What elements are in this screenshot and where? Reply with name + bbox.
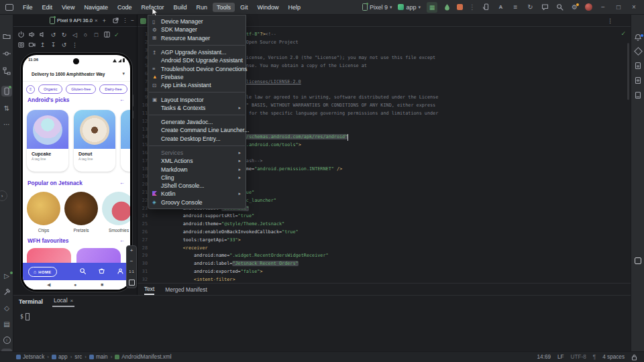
panel-options-icon[interactable]: ⋮	[122, 17, 127, 23]
more-actions-icon[interactable]: ⋮	[469, 3, 476, 11]
maximize-icon[interactable]: □	[614, 3, 623, 11]
manifest-file-icon[interactable]	[140, 18, 146, 24]
code-line[interactable]: 25 android:theme="@style/Theme.Jetsnack"	[138, 221, 621, 229]
sync-icon[interactable]: ↻	[526, 3, 535, 11]
editor-scrollbar[interactable]	[627, 43, 629, 100]
build-icon[interactable]	[0, 288, 13, 296]
snapshot-icon[interactable]: ↺	[60, 42, 68, 48]
popular-item-chips[interactable]: Chips	[27, 192, 60, 233]
rotate-right-icon[interactable]: ↻	[60, 32, 68, 38]
filter-chip-dairy-free[interactable]: Dairy-free	[99, 84, 127, 94]
file-encoding[interactable]: UTF-8	[571, 354, 586, 360]
download-icon[interactable]: ↧	[50, 42, 57, 48]
emulator-tab[interactable]: Pixel 9 API 36.0 ×	[50, 17, 98, 24]
menu-item-create-command-line-launcher[interactable]: Create Command Line Launcher...	[148, 126, 246, 134]
menu-item-tasks-contexts[interactable]: Tasks & Contexts▸	[148, 104, 246, 112]
menu-item-firebase[interactable]: ▲Firebase	[148, 73, 246, 81]
menu-item-generate-javadoc[interactable]: Generate Javadoc...	[148, 118, 246, 126]
user-avatar[interactable]	[585, 3, 592, 11]
menu-item-xml-actions[interactable]: XML Actions▸	[148, 157, 246, 165]
code-line[interactable]: 24 android:supportsRtl="true"	[138, 213, 621, 221]
menu-item-device-manager[interactable]: ▯Device Manager	[148, 17, 246, 25]
menu-help[interactable]: Help	[284, 3, 305, 12]
home-icon[interactable]: ○	[82, 32, 89, 38]
menu-item-sdk-manager[interactable]: ⚙SDK Manager	[148, 25, 246, 34]
upload-icon[interactable]: ↥	[39, 42, 46, 48]
breadcrumb-app[interactable]: app	[52, 354, 68, 360]
column-mode-icon[interactable]: ¶	[593, 354, 596, 360]
filters-icon[interactable]: ≡	[26, 85, 35, 94]
nav-search-icon[interactable]	[79, 267, 87, 275]
snack-card-partial[interactable]	[121, 110, 130, 172]
terminal-tab-local[interactable]: Local ×	[52, 296, 74, 307]
zoom-in-button[interactable]: +	[130, 248, 133, 253]
run-config-selector[interactable]: app ▾	[398, 4, 421, 11]
hide-panel-icon[interactable]: −	[131, 17, 134, 23]
menu-item-jshell-console[interactable]: JShell Console...	[148, 182, 246, 190]
menu-code[interactable]: Code	[113, 3, 136, 12]
pull-requests-icon[interactable]: ⇅	[0, 105, 13, 112]
minimize-icon[interactable]: −	[598, 3, 608, 11]
breadcrumb-main[interactable]: main	[89, 354, 108, 360]
open-in-window-icon[interactable]	[113, 17, 119, 23]
code-line[interactable]: 29 android:name=".widget.RecentOrdersWid…	[138, 252, 621, 260]
menu-item-kotlin[interactable]: Kotlin▸	[148, 190, 246, 198]
nav-cart-icon[interactable]	[98, 267, 105, 275]
nav-profile-icon[interactable]	[117, 267, 124, 275]
rotate-left-icon[interactable]: ↺	[50, 32, 57, 38]
menu-item-android-sdk-upgrade-assistant[interactable]: Android SDK Upgrade Assistant	[148, 56, 246, 64]
menu-item-troubleshoot-device-connections[interactable]: ≡Troubleshoot Device Connections	[148, 64, 246, 72]
more-emulator-icon[interactable]: ⋮	[71, 42, 78, 48]
power-icon[interactable]	[17, 31, 25, 38]
android-back-icon[interactable]: ◀	[47, 282, 50, 288]
phone-screen[interactable]: 11:36 Delivery to 1600 Amphitheater Way …	[23, 55, 130, 290]
running-app-button[interactable]: ▦	[427, 2, 437, 13]
ai-chat-icon[interactable]	[541, 3, 549, 11]
todo-list-icon[interactable]: ≡	[511, 3, 520, 11]
device-monitor-icon[interactable]	[631, 91, 644, 99]
stop-button[interactable]	[457, 4, 463, 10]
menu-edit[interactable]: Edit	[38, 3, 57, 12]
device-mirror-icon[interactable]	[482, 3, 490, 11]
section-arrow-icon[interactable]: ←	[119, 237, 125, 243]
close-icon[interactable]: ×	[629, 3, 639, 11]
filter-chip-gluten-free[interactable]: Gluten-free	[66, 84, 96, 94]
menu-item-groovy-console[interactable]: ◈Groovy Console	[148, 198, 246, 206]
main-menu-icon[interactable]	[5, 4, 13, 11]
menu-item-create-desktop-entry[interactable]: Create Desktop Entry...	[148, 135, 246, 143]
breadcrumb-androidmanifest-xml[interactable]: AndroidManifest.xml	[115, 354, 171, 360]
breadcrumb-jetsnack[interactable]: Jetsnack	[16, 354, 44, 360]
snack-card-cupcake[interactable]: CupcakeA tag line	[27, 110, 68, 172]
fold-icon[interactable]	[103, 31, 111, 38]
section-arrow-icon[interactable]: ←	[119, 97, 125, 103]
find-action-icon[interactable]: A	[496, 3, 505, 11]
lock-icon[interactable]	[631, 354, 637, 361]
device-manager-icon[interactable]	[631, 62, 644, 70]
back-icon[interactable]: ◁	[71, 32, 78, 38]
menu-navigate[interactable]: Navigate	[80, 3, 112, 12]
inspections-ok-icon[interactable]: ✓	[621, 30, 626, 37]
search-icon[interactable]	[555, 3, 564, 11]
line-separator[interactable]: LF	[557, 354, 564, 360]
editor-tabs-more-icon[interactable]: ⋮	[607, 17, 613, 24]
gemini-icon[interactable]	[631, 48, 644, 54]
running-devices-icon[interactable]	[1, 86, 12, 97]
zoom-fit-icon[interactable]	[129, 280, 135, 286]
settings-icon[interactable]: ⚙	[570, 3, 579, 11]
code-line[interactable]: 26 android:enableOnBackInvokedCallback="…	[138, 229, 621, 237]
menu-tools[interactable]: Tools	[213, 3, 235, 12]
profiler-icon[interactable]: ◇	[0, 304, 13, 312]
code-line[interactable]: 31 android:exported="false">	[138, 268, 621, 276]
volume-up-icon[interactable]	[28, 31, 36, 38]
stripe-expand-icon[interactable]: ›	[0, 190, 7, 201]
code-line[interactable]: 30 android:label="Jetsnack Recent Orders…	[138, 260, 621, 268]
device-explorer-icon[interactable]	[631, 76, 644, 84]
menu-window[interactable]: Window	[254, 3, 283, 12]
logcat-icon[interactable]: ▤	[0, 320, 13, 328]
menu-item-resource-manager[interactable]: ⊞Resource Manager	[148, 34, 246, 42]
caret-position[interactable]: 14:69	[537, 354, 551, 360]
delivery-selector[interactable]: Delivery to 1600 Amphitheater Way ▾	[23, 68, 130, 82]
menu-item-app-links-assistant[interactable]: ⊡App Links Assistant	[148, 81, 246, 89]
indent-setting[interactable]: 4 spaces	[602, 354, 625, 360]
device-selector[interactable]: Pixel 9 ▾	[362, 3, 392, 11]
